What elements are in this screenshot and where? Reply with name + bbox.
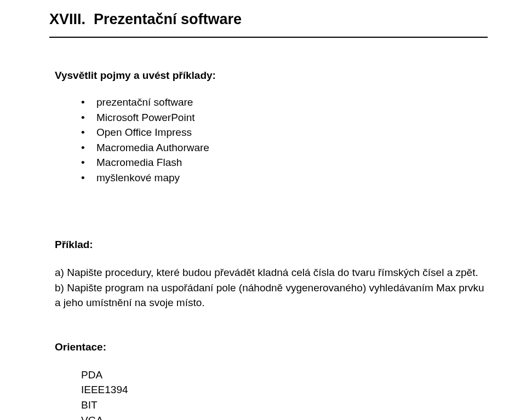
divider-line [49,37,488,38]
orientation-item: VGA [81,413,488,420]
orientation-item: IEEE1394 [81,382,488,398]
orientation-label: Orientace: [55,341,488,353]
example-paragraph: a) Napište procedury, které budou převád… [55,265,488,310]
terms-list: prezentační software Microsoft PowerPoin… [55,95,488,185]
example-label: Příklad: [55,239,488,251]
orientation-list: PDA IEEE1394 BIT VGA [55,367,488,420]
orientation-item: PDA [81,367,488,383]
list-item: Macromedia Authorware [81,140,488,156]
example-text-a: a) Napište procedury, které budou převád… [55,267,478,278]
list-item: myšlenkové mapy [81,170,488,186]
list-item: Macromedia Flash [81,155,488,170]
content-body: Vysvětlit pojmy a uvést příklady: prezen… [49,70,488,420]
list-item: prezentační software [81,95,488,110]
orientation-item: BIT [81,398,488,413]
example-text-b: b) Napište program na uspořádaní pole (n… [55,282,484,309]
list-item: Microsoft PowerPoint [81,110,488,125]
section-heading: XVIII. Prezentační software [49,11,488,28]
list-item: Open Office Impress [81,125,488,140]
explain-subheading: Vysvětlit pojmy a uvést příklady: [55,70,488,82]
